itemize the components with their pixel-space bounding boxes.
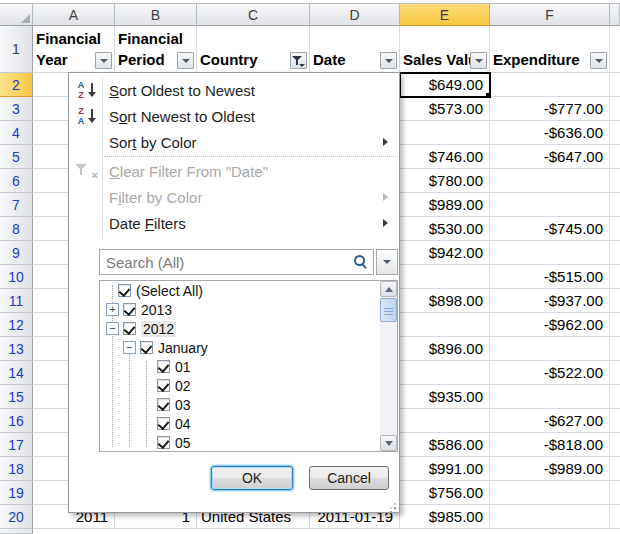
column-header-f[interactable]: F — [490, 4, 610, 26]
row-header-17[interactable]: 17 — [0, 433, 33, 457]
header-date[interactable]: Date — [310, 26, 400, 73]
cell-F2[interactable] — [490, 73, 610, 97]
search-options-button[interactable] — [376, 249, 398, 275]
cell-E9[interactable]: $942.00 — [400, 241, 490, 265]
search-input[interactable] — [99, 249, 374, 275]
cell-F3[interactable]: -$777.00 — [490, 97, 610, 121]
tree-item-2012[interactable]: −2012 — [100, 319, 380, 338]
cell-E5[interactable]: $746.00 — [400, 145, 490, 169]
tree-item-select-all[interactable]: (Select All) — [100, 281, 380, 300]
cell-E8[interactable]: $530.00 — [400, 217, 490, 241]
column-header-a[interactable]: A — [33, 4, 115, 26]
checkbox-2012[interactable] — [123, 322, 136, 335]
fill-handle[interactable] — [485, 92, 490, 97]
cell-F11[interactable]: -$937.00 — [490, 289, 610, 313]
expenditure-filter-button[interactable] — [590, 52, 607, 69]
row-header-9[interactable]: 9 — [0, 241, 33, 265]
sales-value-filter-button[interactable] — [470, 52, 487, 69]
cell-E12[interactable] — [400, 313, 490, 337]
cell-E19[interactable]: $756.00 — [400, 481, 490, 505]
row-header-7[interactable]: 7 — [0, 193, 33, 217]
row-header-18[interactable]: 18 — [0, 457, 33, 481]
cell-E16[interactable] — [400, 409, 490, 433]
row-header-15[interactable]: 15 — [0, 385, 33, 409]
row-header-16[interactable]: 16 — [0, 409, 33, 433]
menu-item-sort-oldest-to-newest[interactable]: AZSort Oldest to Newest — [69, 77, 399, 103]
ok-button[interactable]: OK — [211, 466, 293, 490]
row-header-20[interactable]: 20 — [0, 505, 33, 529]
menu-item-date-filters[interactable]: Date Filters — [69, 210, 399, 236]
header-financial-year[interactable]: Financial Year — [33, 26, 115, 73]
date-filter-button[interactable] — [380, 52, 397, 69]
cell-F16[interactable]: -$627.00 — [490, 409, 610, 433]
column-header-c[interactable]: C — [197, 4, 310, 26]
select-all-corner[interactable] — [0, 4, 33, 26]
row-header-6[interactable]: 6 — [0, 169, 33, 193]
cell-F20[interactable] — [490, 505, 610, 529]
header-financial-period[interactable]: Financial Period — [115, 26, 197, 73]
cell-F19[interactable] — [490, 481, 610, 505]
cell-F8[interactable]: -$745.00 — [490, 217, 610, 241]
collapse-minus-icon[interactable]: − — [106, 322, 119, 335]
scroll-up-button[interactable] — [380, 281, 397, 297]
row-header-12[interactable]: 12 — [0, 313, 33, 337]
row-header-3[interactable]: 3 — [0, 97, 33, 121]
cell-F17[interactable]: -$818.00 — [490, 433, 610, 457]
cell-E18[interactable]: $991.00 — [400, 457, 490, 481]
cell-F10[interactable]: -$515.00 — [490, 265, 610, 289]
tree-scrollbar[interactable] — [380, 281, 397, 451]
country-filter-button[interactable] — [290, 52, 307, 69]
cell-E3[interactable]: $573.00 — [400, 97, 490, 121]
tree-item-2013[interactable]: +2013 — [100, 300, 380, 319]
cell-E14[interactable] — [400, 361, 490, 385]
column-header-b[interactable]: B — [115, 4, 197, 26]
checkbox-select-all[interactable] — [118, 284, 131, 297]
cell-F7[interactable] — [490, 193, 610, 217]
row-header-10[interactable]: 10 — [0, 265, 33, 289]
row-header-1[interactable]: 1 — [0, 26, 33, 73]
header-country[interactable]: Country — [197, 26, 310, 73]
cell-E15[interactable]: $935.00 — [400, 385, 490, 409]
cell-F15[interactable] — [490, 385, 610, 409]
cell-F18[interactable]: -$989.00 — [490, 457, 610, 481]
row-header-4[interactable]: 4 — [0, 121, 33, 145]
financial-period-filter-button[interactable] — [177, 52, 194, 69]
cell-F5[interactable]: -$647.00 — [490, 145, 610, 169]
cell-E11[interactable]: $898.00 — [400, 289, 490, 313]
cell-E10[interactable] — [400, 265, 490, 289]
tree-item-04[interactable]: 04 — [100, 414, 380, 433]
row-header-8[interactable]: 8 — [0, 217, 33, 241]
row-header-5[interactable]: 5 — [0, 145, 33, 169]
cell-E4[interactable] — [400, 121, 490, 145]
checkbox-01[interactable] — [157, 360, 170, 373]
cancel-button[interactable]: Cancel — [309, 466, 389, 490]
checkbox-03[interactable] — [157, 398, 170, 411]
header-sales-value[interactable]: Sales Value — [400, 26, 490, 73]
tree-item-01[interactable]: 01 — [100, 357, 380, 376]
row-header-2[interactable]: 2 — [0, 73, 33, 97]
cell-F6[interactable] — [490, 169, 610, 193]
tree-item-january[interactable]: −January — [100, 338, 380, 357]
tree-item-05[interactable]: 05 — [100, 433, 380, 451]
cell-E20[interactable]: $985.00 — [400, 505, 490, 529]
menu-item-sort-by-color[interactable]: Sort by Color — [69, 129, 399, 155]
column-header-e[interactable]: E — [400, 4, 490, 26]
checkbox-02[interactable] — [157, 379, 170, 392]
cell-E13[interactable]: $896.00 — [400, 337, 490, 361]
row-header-14[interactable]: 14 — [0, 361, 33, 385]
cell-F14[interactable]: -$522.00 — [490, 361, 610, 385]
scrollbar-thumb[interactable] — [380, 298, 397, 322]
cell-E17[interactable]: $586.00 — [400, 433, 490, 457]
collapse-minus-icon[interactable]: − — [123, 341, 136, 354]
cell-F13[interactable] — [490, 337, 610, 361]
cell-E6[interactable]: $780.00 — [400, 169, 490, 193]
menu-item-sort-newest-to-oldest[interactable]: ZASort Newest to Oldest — [69, 103, 399, 129]
column-header-d[interactable]: D — [310, 4, 400, 26]
row-header-19[interactable]: 19 — [0, 481, 33, 505]
checkbox-04[interactable] — [157, 417, 170, 430]
tree-item-03[interactable]: 03 — [100, 395, 380, 414]
row-header-11[interactable]: 11 — [0, 289, 33, 313]
cell-E7[interactable]: $989.00 — [400, 193, 490, 217]
expand-plus-icon[interactable]: + — [106, 303, 119, 316]
checkbox-2013[interactable] — [123, 303, 136, 316]
